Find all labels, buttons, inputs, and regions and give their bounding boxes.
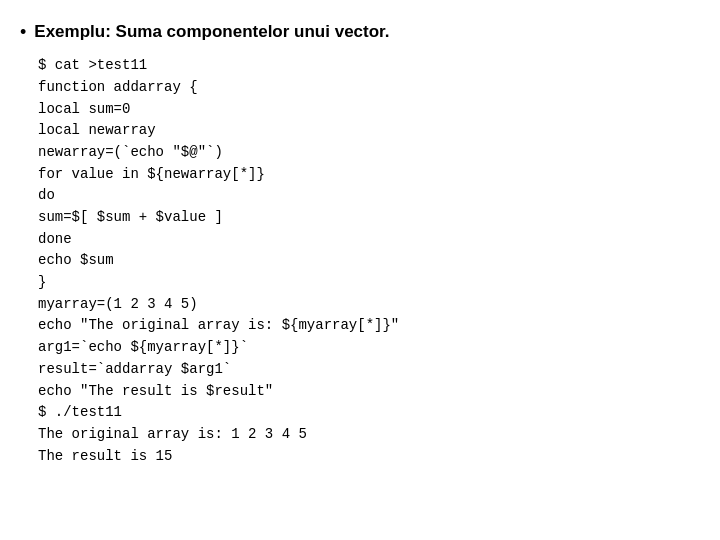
title-row: • Exemplu: Suma componentelor unui vecto… — [20, 20, 700, 45]
bullet-point: • — [20, 20, 26, 45]
code-block: $ cat >test11 function addarray { local … — [38, 55, 700, 467]
section-title: Exemplu: Suma componentelor unui vector. — [34, 20, 389, 44]
content-area: • Exemplu: Suma componentelor unui vecto… — [20, 20, 700, 467]
